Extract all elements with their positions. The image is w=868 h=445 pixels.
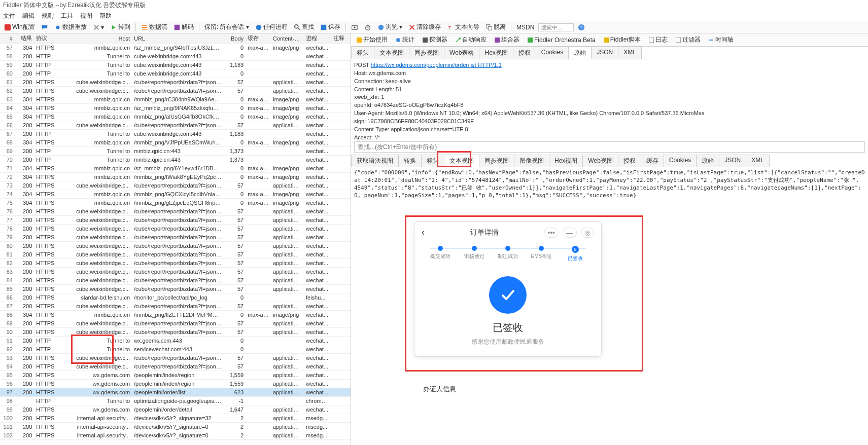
resptab-json[interactable]: JSON xyxy=(719,155,746,167)
go-button[interactable]: 转到 xyxy=(108,22,132,32)
menu-rules[interactable]: 规则 xyxy=(42,12,54,20)
session-row[interactable]: 94200HTTPScube.weixinbridge.c.../cube/re… xyxy=(0,362,351,371)
session-row[interactable]: 59200HTTPTunnel tocube.weixinbridge.com:… xyxy=(0,61,351,69)
session-row[interactable]: 87200HTTPScube.weixinbridge.c.../cube/re… xyxy=(0,302,351,311)
winconfig-button[interactable]: Win配置 xyxy=(2,22,37,32)
col-id[interactable]: # xyxy=(0,34,15,43)
keep-sessions-button[interactable]: 保留: 所有会话 ▾ xyxy=(202,22,251,32)
session-row[interactable]: 102200HTTPSinternal-api-security.../devi… xyxy=(0,431,351,440)
menu-edit[interactable]: 编辑 xyxy=(22,12,34,20)
session-row[interactable]: 75304HTTPSmmbiz.qpic.cn/mmbiz_png/gLZjpc… xyxy=(0,199,351,207)
remove-button[interactable]: ▾ xyxy=(91,23,106,31)
session-row[interactable]: 58200HTTPTunnel tocube.weixinbridge.com:… xyxy=(0,52,351,61)
resptab-textview0[interactable]: 标头 xyxy=(421,155,444,167)
col-cache[interactable]: 缓存 xyxy=(246,33,271,43)
msdn-search-input[interactable] xyxy=(538,23,574,31)
session-row[interactable]: 73200HTTPScube.weixinbridge.c.../cube/re… xyxy=(0,181,351,190)
col-body[interactable]: Body xyxy=(224,34,246,43)
reqtab-auth[interactable]: 授权 xyxy=(513,47,536,59)
resptab-headers[interactable]: 转换 xyxy=(398,155,422,167)
session-row[interactable]: 82200HTTPScube.weixinbridge.c.../cube/re… xyxy=(0,259,351,268)
resptab-hexview[interactable]: Hex视图 xyxy=(549,155,583,167)
request-raw-view[interactable]: POST https://wx.gdems.com/peoplemini/ord… xyxy=(351,59,868,139)
resptab-textview[interactable]: 文本视图 xyxy=(444,155,479,167)
session-row[interactable]: 66200HTTPScube.weixinbridge.c.../cube/re… xyxy=(0,121,351,130)
menu-file[interactable]: 文件 xyxy=(3,12,15,20)
save-button[interactable]: 保存 xyxy=(318,22,342,32)
reqtab-webforms[interactable]: Web表格 xyxy=(444,47,479,59)
target-icon[interactable]: ◎ xyxy=(581,228,594,238)
session-row[interactable]: 96200HTTPSwx.gdems.com/peoplemini/index/… xyxy=(0,380,351,388)
find-button[interactable]: 查找 xyxy=(292,22,316,32)
timer-button[interactable] xyxy=(362,23,373,31)
stream-button[interactable]: 数据流 xyxy=(139,22,169,32)
session-row[interactable]: 92200HTTPTunnel toservicewechat.com:4430… xyxy=(0,345,351,354)
resptab-webview[interactable]: Web视图 xyxy=(582,155,618,167)
resptab-cookies[interactable]: Cookies xyxy=(664,155,697,167)
session-row[interactable]: 72304HTTPSmmbiz.qpic.cn/mmbiz_png/tWiak8… xyxy=(0,173,351,181)
session-row[interactable]: 78200HTTPScube.weixinbridge.c.../cube/re… xyxy=(0,225,351,233)
tearoff-button[interactable]: 脱离 xyxy=(483,22,508,32)
any-process-button[interactable]: 任何进程 xyxy=(253,22,290,32)
session-row[interactable]: 101200HTTPSinternal-api-security.../devi… xyxy=(0,423,351,431)
reqtab-hexview[interactable]: Hex视图 xyxy=(479,47,513,59)
tab-timeline[interactable]: 时间轴 xyxy=(706,35,736,45)
col-content-type[interactable]: Content-Type xyxy=(271,34,304,43)
decode-button[interactable]: 解码 xyxy=(171,22,196,32)
response-text-view[interactable]: {"code":"000000","info":{"endRow":0,"has… xyxy=(351,167,868,201)
session-row[interactable]: 71304HTTPSmmbiz.qpic.cn/sz_mmbiz_png/6Y1… xyxy=(0,164,351,173)
menu-view[interactable]: 视图 xyxy=(80,12,92,20)
clear-cache-button[interactable]: 清除缓存 xyxy=(406,22,443,32)
session-row[interactable]: 65304HTTPSmmbiz.qpic.cn/mmbiz_png/aIUsGG… xyxy=(0,113,351,121)
session-row[interactable]: 83200HTTPScube.weixinbridge.c.../cube/re… xyxy=(0,268,351,276)
session-row[interactable]: 93200HTTPScube.weixinbridge.c.../cube/re… xyxy=(0,354,351,362)
session-row[interactable]: 60200HTTPTunnel tocube.weixinbridge.com:… xyxy=(0,69,351,78)
tab-orchestra[interactable]: Fiddler Orchestra Beta xyxy=(525,35,598,45)
reqtab-syntaxview[interactable]: 同步视图 xyxy=(409,47,444,59)
tab-statistics[interactable]: 统计 xyxy=(393,35,417,45)
sessions-grid[interactable]: 57304HTTPSmmbiz.qpic.cn/sz_mmbiz_png/94I… xyxy=(0,44,351,445)
request-url-link[interactable]: https://wx.gdems.com/peoplemini/order/li… xyxy=(371,62,502,68)
tab-inspectors[interactable]: 探测器 xyxy=(420,35,450,45)
tab-log[interactable]: 日志 xyxy=(646,35,670,45)
menu-tools[interactable]: 工具 xyxy=(61,12,73,20)
session-row[interactable]: 100200HTTPSinternal-api-security.../devi… xyxy=(0,414,351,423)
session-row[interactable]: 85200HTTPScube.weixinbridge.c.../cube/re… xyxy=(0,285,351,293)
col-result[interactable]: 结果 xyxy=(15,33,34,43)
tab-composer[interactable]: 组合器 xyxy=(492,35,522,45)
session-row[interactable]: 63304HTTPSmmbiz.qpic.cn/mmbiz_png/rC304n… xyxy=(0,95,351,104)
session-row[interactable]: 57304HTTPSmmbiz.qpic.cn/sz_mmbiz_png/94I… xyxy=(0,44,351,52)
reqtab-textview[interactable]: 文本视图 xyxy=(374,47,409,59)
session-row[interactable]: 80200HTTPScube.weixinbridge.c.../cube/re… xyxy=(0,242,351,250)
session-row[interactable]: 81200HTTPScube.weixinbridge.c.../cube/re… xyxy=(0,250,351,259)
session-row[interactable]: 74304HTTPSmmbiz.qpic.cn/mmbiz_png/GQCXic… xyxy=(0,190,351,199)
col-comment[interactable]: 注释 xyxy=(331,33,351,43)
session-row[interactable]: 68304HTTPSmmbiz.qpic.cn/mmbiz_png/VJfPpU… xyxy=(0,138,351,147)
tab-fiddlerscript[interactable]: Fiddler脚本 xyxy=(601,35,644,45)
session-row[interactable]: 98HTTPTunnel tooptimizationguide-pa.goog… xyxy=(0,397,351,405)
col-protocol[interactable]: 协议 xyxy=(34,33,59,43)
session-row[interactable]: 84200HTTPScube.weixinbridge.c.../cube/re… xyxy=(0,276,351,285)
resptab-imageview[interactable]: 图像视图 xyxy=(514,155,549,167)
session-row[interactable]: 91200HTTPTunnel towx.gdems.com:4430wecha… xyxy=(0,337,351,345)
resptab-xml[interactable]: XML xyxy=(746,155,770,167)
session-row[interactable]: 89200HTTPScube.weixinbridge.c.../cube/re… xyxy=(0,319,351,328)
resptab-auth[interactable]: 授权 xyxy=(618,155,641,167)
col-process[interactable]: 进程 xyxy=(304,33,331,43)
comment-button[interactable] xyxy=(39,23,50,31)
reqtab-xml[interactable]: XML xyxy=(618,47,642,59)
more-icon[interactable]: ••• xyxy=(544,228,559,238)
resptab-syntaxview[interactable]: 同步视图 xyxy=(479,155,514,167)
reqtab-headers[interactable]: 标头 xyxy=(351,47,374,59)
session-row[interactable]: 64304HTTPSmmbiz.qpic.cn/sz_mmbiz_png/9IN… xyxy=(0,104,351,113)
resptab-raw[interactable]: 原始 xyxy=(696,155,719,167)
resptab-transformer[interactable]: 获取语法视图 xyxy=(351,155,399,167)
tab-get-started[interactable]: 开始使用 xyxy=(354,35,390,45)
session-row[interactable]: 77200HTTPScube.weixinbridge.c.../cube/re… xyxy=(0,216,351,225)
browse-button[interactable]: 浏览 ▾ xyxy=(375,22,404,32)
resptab-cache[interactable]: 缓存 xyxy=(641,155,664,167)
replay-button[interactable]: 数据重放 xyxy=(52,22,89,32)
session-row[interactable]: 95200HTTPSwx.gdems.com/peoplemini/index/… xyxy=(0,371,351,380)
help-button[interactable]: ? xyxy=(576,23,587,31)
col-host[interactable]: Host xyxy=(59,34,132,43)
